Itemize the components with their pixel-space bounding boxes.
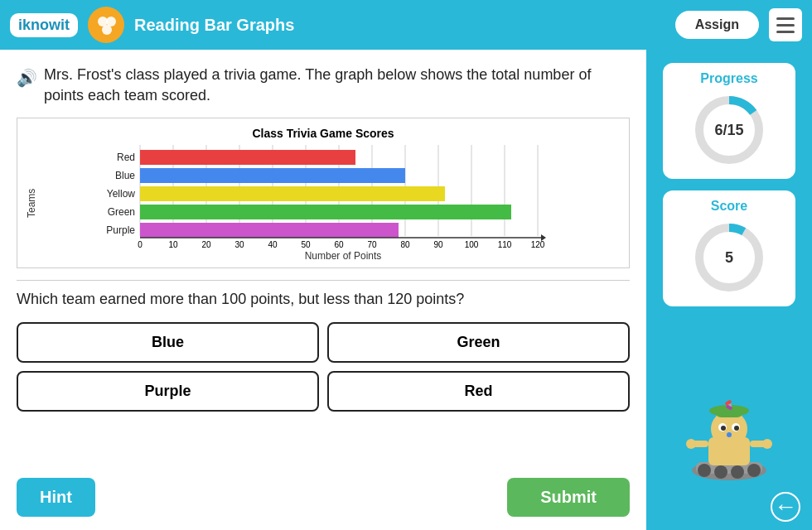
svg-text:Yellow: Yellow bbox=[107, 188, 136, 200]
bar-red bbox=[140, 150, 355, 165]
svg-text:10: 10 bbox=[168, 240, 178, 249]
bar-green bbox=[140, 205, 511, 219]
svg-point-46 bbox=[747, 464, 761, 477]
score-donut: 5 bbox=[692, 220, 766, 295]
svg-text:70: 70 bbox=[367, 240, 377, 249]
chart-inner: Red Blue Yellow Green Purple bbox=[41, 145, 621, 261]
svg-text:Green: Green bbox=[108, 206, 135, 218]
bar-yellow bbox=[140, 186, 445, 201]
bar-blue bbox=[140, 168, 405, 183]
svg-text:90: 90 bbox=[433, 240, 443, 249]
svg-text:120: 120 bbox=[531, 240, 545, 249]
question-section: 🔊 Mrs. Frost's class played a trivia gam… bbox=[17, 65, 630, 106]
logo: iknowit bbox=[10, 13, 78, 37]
progress-card: Progress 6/15 bbox=[663, 63, 795, 179]
main-layout: 🔊 Mrs. Frost's class played a trivia gam… bbox=[0, 50, 812, 530]
progress-donut: 6/15 bbox=[692, 93, 766, 167]
sub-question: Which team earned more than 100 points, … bbox=[17, 280, 630, 310]
svg-point-61 bbox=[686, 439, 696, 449]
progress-value: 6/15 bbox=[714, 122, 743, 139]
svg-text:Blue: Blue bbox=[115, 170, 135, 181]
header: iknowit Reading Bar Graphs Assign bbox=[0, 0, 812, 50]
svg-text:Number of Points: Number of Points bbox=[305, 250, 382, 261]
hamburger-icon bbox=[776, 31, 795, 33]
content-area: 🔊 Mrs. Frost's class played a trivia gam… bbox=[0, 50, 646, 530]
chart-body: Teams bbox=[26, 145, 621, 261]
speaker-icon[interactable]: 🔊 bbox=[17, 66, 37, 89]
svg-point-43 bbox=[698, 464, 711, 477]
answer-grid: Blue Green Purple Red bbox=[17, 322, 630, 412]
score-card: Score 5 bbox=[663, 190, 795, 306]
svg-text:110: 110 bbox=[498, 240, 512, 249]
svg-point-51 bbox=[721, 426, 726, 431]
bar-purple bbox=[140, 223, 399, 238]
menu-button[interactable] bbox=[769, 8, 802, 41]
hint-button[interactable]: Hint bbox=[17, 478, 95, 517]
back-button-wrap: ← bbox=[655, 492, 804, 522]
logo-icon bbox=[88, 7, 124, 43]
answer-green[interactable]: Green bbox=[327, 322, 630, 363]
svg-point-2 bbox=[102, 25, 112, 35]
svg-text:80: 80 bbox=[400, 240, 410, 249]
svg-text:40: 40 bbox=[268, 240, 278, 249]
svg-text:50: 50 bbox=[301, 240, 311, 249]
assign-button[interactable]: Assign bbox=[675, 11, 759, 39]
svg-text:Red: Red bbox=[117, 152, 135, 163]
score-label: Score bbox=[711, 199, 747, 214]
svg-point-45 bbox=[731, 465, 744, 479]
bar-chart: Class Trivia Game Scores Teams bbox=[17, 118, 630, 268]
submit-button[interactable]: Submit bbox=[507, 478, 630, 517]
svg-text:Purple: Purple bbox=[106, 224, 135, 236]
answer-red[interactable]: Red bbox=[327, 371, 630, 412]
svg-text:30: 30 bbox=[234, 240, 244, 249]
svg-text:20: 20 bbox=[201, 240, 211, 249]
svg-point-62 bbox=[762, 439, 772, 449]
back-button[interactable]: ← bbox=[771, 492, 800, 522]
svg-text:0: 0 bbox=[138, 240, 143, 249]
bottom-bar: Hint Submit bbox=[17, 478, 630, 517]
sidebar: Progress 6/15 Score 5 bbox=[646, 50, 812, 530]
hamburger-icon bbox=[776, 17, 795, 20]
chart-title: Class Trivia Game Scores bbox=[26, 127, 621, 140]
svg-point-52 bbox=[734, 426, 739, 431]
svg-text:100: 100 bbox=[465, 240, 479, 249]
question-text: Mrs. Frost's class played a trivia game.… bbox=[44, 65, 630, 106]
svg-point-44 bbox=[714, 465, 727, 479]
hamburger-icon bbox=[776, 24, 795, 26]
character-svg bbox=[679, 364, 779, 480]
progress-label: Progress bbox=[700, 71, 757, 86]
page-title: Reading Bar Graphs bbox=[134, 16, 665, 35]
chart-ylabel: Teams bbox=[26, 145, 37, 261]
answer-blue[interactable]: Blue bbox=[17, 322, 319, 363]
answer-purple[interactable]: Purple bbox=[17, 371, 319, 412]
svg-point-53 bbox=[727, 432, 732, 437]
score-value: 5 bbox=[725, 249, 733, 267]
svg-text:60: 60 bbox=[334, 240, 344, 249]
character-area bbox=[655, 318, 804, 480]
chart-svg: Red Blue Yellow Green Purple bbox=[41, 145, 621, 261]
logo-text: iknowit bbox=[18, 17, 70, 33]
